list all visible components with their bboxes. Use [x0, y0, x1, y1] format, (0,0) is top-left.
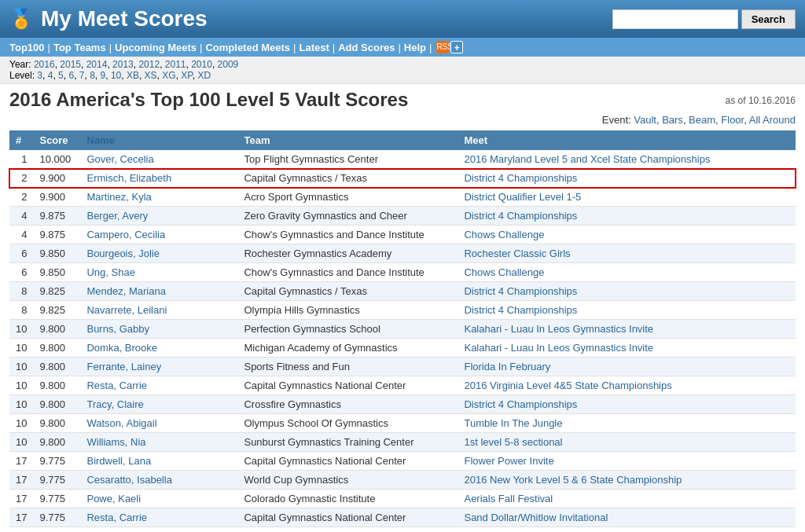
meet-link[interactable]: District 4 Championships	[464, 304, 577, 316]
athlete-name-link[interactable]: Ferrante, Lainey	[86, 361, 161, 372]
cell-meet[interactable]: District 4 Championships	[458, 395, 796, 414]
athlete-name-link[interactable]: Berger, Avery	[86, 210, 148, 222]
meet-link[interactable]: District 4 Championships	[464, 210, 577, 222]
cell-name[interactable]: Ermisch, Elizabeth	[80, 169, 237, 188]
athlete-name-link[interactable]: Ung, Shae	[86, 266, 134, 278]
athlete-name-link[interactable]: Burns, Gabby	[86, 323, 149, 335]
level-xd[interactable]: XD	[197, 70, 211, 81]
rss-icon[interactable]: RSS	[436, 41, 449, 53]
year-2012[interactable]: 2012	[138, 59, 160, 70]
year-2010[interactable]: 2010	[191, 59, 212, 70]
level-3[interactable]: 3	[37, 70, 42, 81]
meet-link[interactable]: Kalahari - Luau In Leos Gymnastics Invit…	[464, 342, 653, 354]
year-2014[interactable]: 2014	[86, 59, 108, 70]
meet-link[interactable]: District Qualifier Level 1-5	[464, 191, 581, 203]
event-vault[interactable]: Vault	[634, 114, 656, 126]
search-input[interactable]	[612, 9, 738, 29]
event-floor[interactable]: Floor	[721, 114, 744, 126]
meet-link[interactable]: 2016 New York Level 5 & 6 State Champion…	[464, 474, 682, 486]
athlete-name-link[interactable]: Resta, Carrie	[86, 380, 147, 391]
cell-meet[interactable]: 1st level 5-8 sectional	[458, 433, 796, 452]
level-7[interactable]: 7	[79, 70, 85, 81]
cell-meet[interactable]: Aerials Fall Festival	[458, 490, 796, 508]
cell-name[interactable]: Watson, Abigail	[80, 414, 237, 433]
meet-link[interactable]: 2016 Virginia Level 4&5 State Championsh…	[464, 380, 671, 391]
cell-meet[interactable]: Kalahari - Luau In Leos Gymnastics Invit…	[458, 320, 796, 339]
cell-name[interactable]: Martinez, Kyla	[80, 188, 237, 207]
level-9[interactable]: 9	[101, 70, 106, 81]
cell-meet[interactable]: District 4 Championships	[458, 282, 796, 301]
athlete-name-link[interactable]: Ermisch, Elizabeth	[86, 172, 171, 184]
year-2013[interactable]: 2013	[112, 59, 134, 70]
nav-help[interactable]: Help	[404, 42, 426, 53]
year-2009[interactable]: 2009	[218, 59, 239, 70]
level-xp[interactable]: XP	[181, 70, 192, 81]
cell-meet[interactable]: Chows Challenge	[458, 263, 796, 282]
year-2011[interactable]: 2011	[165, 59, 186, 70]
cell-name[interactable]: Navarrete, Leilani	[80, 301, 237, 320]
event-beam[interactable]: Beam	[689, 114, 715, 126]
athlete-name-link[interactable]: Domka, Brooke	[86, 342, 157, 354]
cell-name[interactable]: Birdwell, Lana	[80, 452, 237, 471]
nav-upcoming-meets[interactable]: Upcoming Meets	[115, 42, 197, 53]
year-2015[interactable]: 2015	[60, 59, 81, 70]
cell-name[interactable]: Gover, Cecelia	[80, 150, 237, 169]
cell-meet[interactable]: District 4 Championships	[458, 207, 796, 226]
meet-link[interactable]: District 4 Championships	[464, 285, 577, 297]
cell-name[interactable]: Domka, Brooke	[80, 339, 237, 358]
cell-meet[interactable]: District Qualifier Level 1-5	[458, 188, 796, 207]
level-10[interactable]: 10	[111, 70, 121, 81]
cell-name[interactable]: Williams, Nia	[80, 433, 237, 452]
plus-icon[interactable]: +	[450, 41, 463, 53]
level-xb[interactable]: XB	[127, 70, 139, 81]
level-xg[interactable]: XG	[162, 70, 175, 81]
year-2016[interactable]: 2016	[34, 59, 55, 70]
cell-meet[interactable]: 2016 Maryland Level 5 and Xcel State Cha…	[458, 150, 796, 169]
cell-name[interactable]: Berger, Avery	[80, 207, 237, 226]
level-6[interactable]: 6	[68, 70, 74, 81]
athlete-name-link[interactable]: Gover, Cecelia	[86, 153, 153, 165]
level-8[interactable]: 8	[90, 70, 95, 81]
meet-link[interactable]: District 4 Championships	[464, 172, 577, 184]
cell-meet[interactable]: District 4 Championships	[458, 301, 796, 320]
meet-link[interactable]: 2016 Maryland Level 5 and Xcel State Cha…	[464, 153, 710, 165]
cell-meet[interactable]: 2016 Virginia Level 4&5 State Championsh…	[458, 376, 796, 395]
cell-name[interactable]: Burns, Gabby	[80, 320, 237, 339]
cell-name[interactable]: Campero, Cecilia	[80, 226, 237, 244]
athlete-name-link[interactable]: Navarrete, Leilani	[86, 304, 167, 316]
meet-link[interactable]: Aerials Fall Festival	[464, 493, 553, 504]
cell-name[interactable]: Cesaratto, Isabella	[80, 471, 237, 490]
meet-link[interactable]: Flower Power Invite	[464, 455, 553, 467]
athlete-name-link[interactable]: Bourgeois, Jolie	[86, 248, 160, 259]
athlete-name-link[interactable]: Cesaratto, Isabella	[86, 474, 171, 486]
cell-meet[interactable]: Kalahari - Luau In Leos Gymnastics Invit…	[458, 339, 796, 358]
cell-name[interactable]: Tracy, Claire	[80, 395, 237, 414]
athlete-name-link[interactable]: Mendez, Mariana	[86, 285, 165, 297]
meet-link[interactable]: Chows Challenge	[464, 229, 544, 240]
athlete-name-link[interactable]: Williams, Nia	[86, 436, 145, 448]
meet-link[interactable]: Kalahari - Luau In Leos Gymnastics Invit…	[464, 323, 653, 335]
meet-link[interactable]: Chows Challenge	[464, 266, 544, 278]
meet-link[interactable]: Sand Dollar/Whitlow Invitational	[464, 512, 608, 523]
cell-name[interactable]: Ung, Shae	[80, 263, 237, 282]
cell-meet[interactable]: Tumble In The Jungle	[458, 414, 796, 433]
nav-latest[interactable]: Latest	[299, 42, 329, 53]
cell-meet[interactable]: 2016 New York Level 5 & 6 State Champion…	[458, 471, 796, 490]
meet-link[interactable]: District 4 Championships	[464, 398, 577, 410]
athlete-name-link[interactable]: Resta, Carrie	[86, 512, 147, 523]
nav-add-scores[interactable]: Add Scores	[338, 42, 395, 53]
level-4[interactable]: 4	[48, 70, 53, 81]
nav-completed-meets[interactable]: Completed Meets	[205, 42, 290, 53]
nav-top100[interactable]: Top100	[9, 42, 45, 53]
cell-name[interactable]: Bourgeois, Jolie	[80, 244, 237, 263]
cell-meet[interactable]: District 4 Championships	[458, 169, 796, 188]
search-button[interactable]: Search	[741, 9, 796, 29]
athlete-name-link[interactable]: Watson, Abigail	[86, 417, 156, 429]
event-all-around[interactable]: All Around	[749, 114, 796, 126]
meet-link[interactable]: Tumble In The Jungle	[464, 417, 562, 429]
athlete-name-link[interactable]: Birdwell, Lana	[86, 455, 151, 467]
meet-link[interactable]: Rochester Classic Girls	[464, 248, 570, 259]
athlete-name-link[interactable]: Martinez, Kyla	[86, 191, 151, 203]
athlete-name-link[interactable]: Tracy, Claire	[86, 398, 143, 410]
athlete-name-link[interactable]: Powe, Kaeli	[86, 493, 141, 504]
